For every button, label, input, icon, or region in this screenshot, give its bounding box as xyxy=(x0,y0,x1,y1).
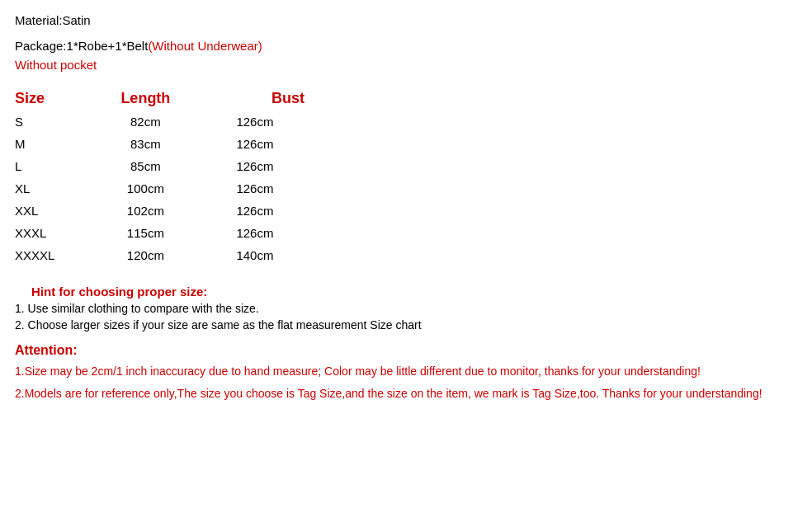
hint-item-2: 2. Choose larger sizes if your size are … xyxy=(15,318,797,332)
hint-item-1: 1. Use similar clothing to compare with … xyxy=(15,302,797,315)
size-table: Size Length Bust S82cm126cmM83cm126cmL85… xyxy=(15,87,339,266)
table-row: L85cm126cm xyxy=(15,155,339,177)
table-cell: 126cm xyxy=(236,177,339,200)
header-size: Size xyxy=(15,87,120,111)
table-cell: 126cm xyxy=(236,133,339,155)
attention-section: Attention: 1.Size may be 2cm/1 inch inac… xyxy=(15,343,797,402)
table-cell: 82cm xyxy=(120,111,236,133)
package-prefix: Package:1*Robe+1*Belt xyxy=(15,39,148,53)
table-cell: 115cm xyxy=(120,222,236,244)
package-text: Package:1*Robe+1*Belt(Without Underwear) xyxy=(15,39,797,53)
table-cell: 120cm xyxy=(120,244,236,266)
table-row: XXL102cm126cm xyxy=(15,200,339,222)
table-cell: 126cm xyxy=(236,155,339,177)
table-cell: 100cm xyxy=(120,177,236,200)
attention-title: Attention: xyxy=(15,343,797,358)
table-cell: 140cm xyxy=(236,244,339,266)
table-cell: XXXXL xyxy=(15,244,120,266)
table-row: M83cm126cm xyxy=(15,133,339,155)
table-row: S82cm126cm xyxy=(15,111,339,133)
header-length: Length xyxy=(120,87,236,111)
table-cell: XXXL xyxy=(15,222,120,244)
material-text: Material:Satin xyxy=(15,13,797,27)
hint-title: Hint for choosing proper size: xyxy=(31,285,797,299)
table-cell: 126cm xyxy=(236,200,339,222)
table-cell: 85cm xyxy=(120,155,236,177)
attention-item-2: 2.Models are for reference only,The size… xyxy=(15,385,797,402)
table-cell: 102cm xyxy=(120,200,236,222)
table-cell: XL xyxy=(15,177,120,200)
size-table-header-row: Size Length Bust xyxy=(15,87,339,111)
table-cell: 83cm xyxy=(120,133,236,155)
table-cell: XXL xyxy=(15,200,120,222)
attention-item-1: 1.Size may be 2cm/1 inch inaccuracy due … xyxy=(15,363,797,380)
table-cell: L xyxy=(15,155,120,177)
header-bust: Bust xyxy=(236,87,339,111)
table-cell: S xyxy=(15,111,120,133)
table-cell: 126cm xyxy=(236,222,339,244)
without-pocket-text: Without pocket xyxy=(15,58,797,72)
table-row: XXXL115cm126cm xyxy=(15,222,339,244)
hint-section: Hint for choosing proper size: 1. Use si… xyxy=(15,285,797,332)
table-cell: 126cm xyxy=(236,111,339,133)
table-row: XL100cm126cm xyxy=(15,177,339,200)
package-red: (Without Underwear) xyxy=(148,39,262,53)
table-cell: M xyxy=(15,133,120,155)
table-row: XXXXL120cm140cm xyxy=(15,244,339,266)
